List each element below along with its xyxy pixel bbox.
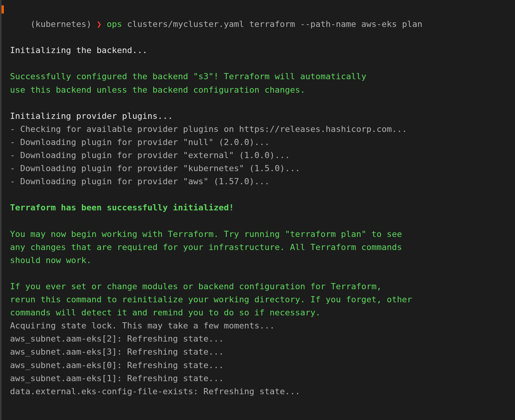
output-dl-kubernetes: - Downloading plugin for provider "kuber… — [5, 162, 510, 175]
output-init-backend: Initializing the backend... — [5, 44, 510, 57]
prompt-arrow: ❯ — [91, 19, 107, 29]
output-refresh-subnet1: aws_subnet.aam-eks[1]: Refreshing state.… — [5, 372, 510, 385]
output-refresh-subnet0: aws_subnet.aam-eks[0]: Refreshing state.… — [5, 359, 510, 372]
output-s3-success-2: use this backend unless the backend conf… — [5, 83, 510, 97]
output-check-plugins: - Checking for available provider plugin… — [5, 123, 510, 136]
terminal-viewport[interactable]: (kubernetes) ❯ ops clusters/mycluster.ya… — [0, 0, 515, 403]
output-refresh-subnet2: aws_subnet.aam-eks[2]: Refreshing state.… — [5, 332, 510, 345]
blank-line — [5, 97, 510, 110]
blank-line — [5, 267, 510, 280]
output-ifchange-3: commands will detect it and remind you t… — [5, 306, 510, 319]
blank-line — [5, 57, 510, 70]
output-dl-aws: - Downloading plugin for provider "aws" … — [5, 175, 510, 188]
output-s3-success-1: Successfully configured the backend "s3"… — [5, 70, 510, 83]
prompt-command: ops — [107, 19, 122, 29]
output-tf-initialized: Terraform has been successfully initiali… — [5, 201, 510, 214]
prompt-args: clusters/mycluster.yaml terraform --path… — [122, 19, 422, 29]
output-ifchange-2: rerun this command to reinitialize your … — [5, 293, 510, 306]
output-init-plugins: Initializing provider plugins... — [5, 110, 510, 123]
prompt-line: (kubernetes) ❯ ops clusters/mycluster.ya… — [5, 5, 510, 44]
prompt-env: (kubernetes) — [30, 19, 91, 29]
output-begin-2: any changes that are required for your i… — [5, 241, 510, 254]
output-dl-null: - Downloading plugin for provider "null"… — [5, 136, 510, 149]
output-acquire-lock: Acquiring state lock. This may take a fe… — [5, 319, 510, 332]
output-dl-external: - Downloading plugin for provider "exter… — [5, 149, 510, 162]
output-refresh-subnet3: aws_subnet.aam-eks[3]: Refreshing state.… — [5, 345, 510, 358]
output-begin-1: You may now begin working with Terraform… — [5, 228, 510, 241]
blank-line — [5, 215, 510, 228]
output-refresh-data-ext: data.external.eks-config-file-exists: Re… — [5, 385, 510, 398]
output-begin-3: should now work. — [5, 254, 510, 267]
output-ifchange-1: If you ever set or change modules or bac… — [5, 280, 510, 293]
blank-line — [5, 188, 510, 201]
